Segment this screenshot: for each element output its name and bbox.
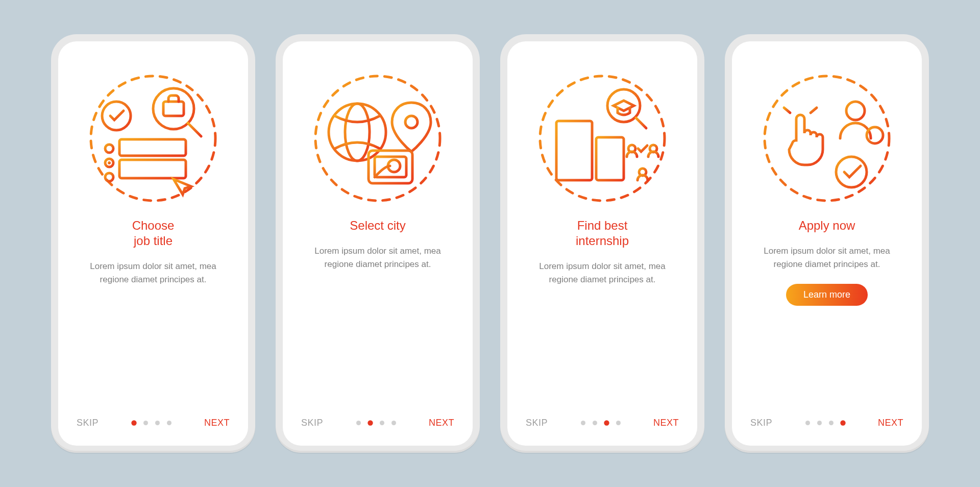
svg-line-52 [784, 108, 790, 113]
page-indicator [805, 421, 845, 425]
svg-point-1 [102, 102, 131, 130]
svg-point-54 [846, 102, 865, 120]
page-dot[interactable] [368, 420, 373, 425]
page-indicator [581, 421, 621, 425]
skip-button[interactable]: SKIP [750, 418, 772, 428]
phone-frame: Choose job title Lorem ipsum dolor sit a… [51, 34, 255, 453]
page-dot[interactable] [143, 421, 148, 425]
onboarding-screen-2: Select city Lorem ipsum dolor sit amet, … [283, 41, 473, 446]
screen-title: Choose job title [132, 218, 175, 249]
screen-title: Apply now [799, 218, 855, 233]
choose-job-title-icon [87, 72, 219, 205]
page-dot[interactable] [616, 421, 621, 425]
page-dot[interactable] [356, 421, 361, 425]
onboarding-nav: SKIP NEXT [507, 418, 697, 428]
learn-more-button[interactable]: Learn more [786, 284, 868, 306]
screen-description: Lorem ipsum dolor sit amet, mea regione … [304, 245, 452, 271]
svg-point-19 [405, 116, 418, 128]
phone-frame: Apply now Lorem ipsum dolor sit amet, me… [725, 34, 929, 453]
apply-now-icon [761, 72, 893, 205]
onboarding-screen-3: Find best internship Lorem ipsum dolor s… [507, 41, 697, 446]
svg-rect-4 [163, 102, 184, 116]
skip-button[interactable]: SKIP [77, 418, 99, 428]
page-dot[interactable] [380, 421, 384, 425]
screen-description: Lorem ipsum dolor sit amet, mea regione … [753, 245, 901, 271]
onboarding-nav: SKIP NEXT [283, 418, 473, 428]
onboarding-screen-1: Choose job title Lorem ipsum dolor sit a… [58, 41, 248, 446]
svg-rect-12 [119, 160, 186, 178]
page-dot[interactable] [817, 421, 822, 425]
page-dot[interactable] [805, 421, 810, 425]
find-internship-icon [536, 72, 669, 205]
svg-point-5 [105, 144, 113, 153]
next-button[interactable]: NEXT [204, 418, 230, 428]
phone-frame: Find best internship Lorem ipsum dolor s… [500, 34, 704, 453]
page-indicator [132, 421, 172, 425]
page-dot[interactable] [391, 421, 396, 425]
page-dot[interactable] [131, 420, 136, 425]
screen-description: Lorem ipsum dolor sit amet, mea regione … [528, 260, 676, 286]
svg-point-58 [836, 157, 867, 187]
svg-point-7 [108, 161, 111, 164]
skip-button[interactable]: SKIP [526, 418, 548, 428]
page-dot[interactable] [155, 421, 160, 425]
select-city-icon [311, 72, 444, 205]
screen-title: Find best internship [576, 218, 629, 249]
onboarding-screens-row: Choose job title Lorem ipsum dolor sit a… [36, 19, 944, 468]
svg-point-8 [105, 173, 113, 181]
page-dot[interactable] [604, 420, 609, 425]
next-button[interactable]: NEXT [878, 418, 903, 428]
onboarding-nav: SKIP NEXT [732, 418, 922, 428]
screen-description: Lorem ipsum dolor sit amet, mea regione … [79, 260, 227, 286]
onboarding-screen-4: Apply now Lorem ipsum dolor sit amet, me… [732, 41, 922, 446]
page-dot[interactable] [840, 420, 845, 425]
screen-title: Select city [350, 218, 405, 233]
skip-button[interactable]: SKIP [301, 418, 323, 428]
onboarding-nav: SKIP NEXT [58, 418, 248, 428]
phone-frame: Select city Lorem ipsum dolor sit amet, … [276, 34, 480, 453]
next-button[interactable]: NEXT [653, 418, 679, 428]
page-dot[interactable] [581, 421, 585, 425]
page-dot[interactable] [167, 421, 172, 425]
next-button[interactable]: NEXT [429, 418, 454, 428]
page-dot[interactable] [829, 421, 834, 425]
svg-line-25 [636, 118, 646, 128]
page-dot[interactable] [593, 421, 597, 425]
svg-line-53 [811, 108, 817, 113]
svg-rect-9 [119, 139, 186, 156]
page-indicator [356, 421, 396, 425]
svg-point-15 [315, 76, 440, 201]
svg-line-3 [188, 123, 201, 136]
